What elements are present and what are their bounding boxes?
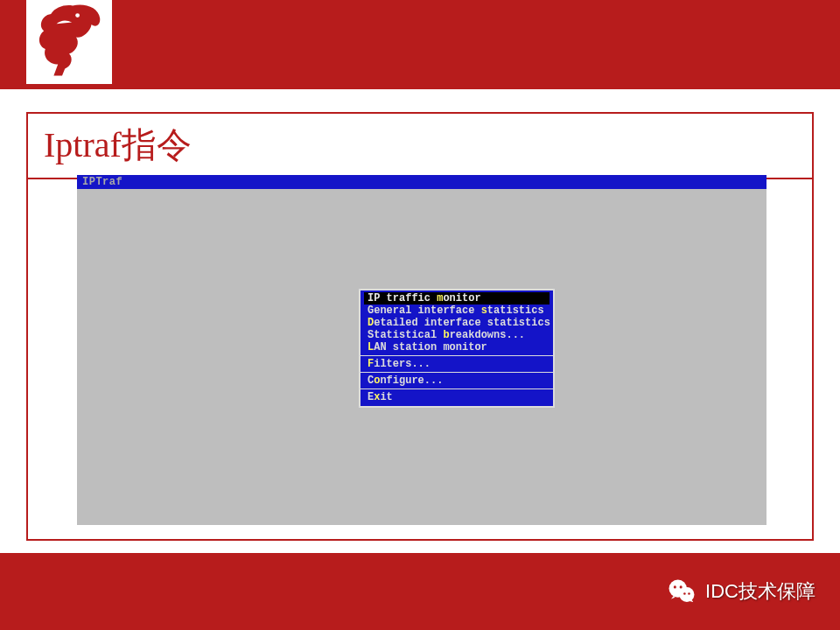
menu-item-detailed-interface-statistics[interactable]: Detailed interface statistics: [364, 317, 550, 329]
menu-hotkey: b: [443, 329, 449, 341]
slide-frame: Iptraf指令 IPTraf IP traffic monitor Gener…: [26, 112, 814, 541]
footer-band: IDC技术保障: [0, 553, 840, 630]
menu-item-text: tatistics: [487, 304, 544, 317]
logo: [26, 0, 112, 84]
menu-item-text: General interface: [368, 304, 481, 317]
terminal-app-name: IPTraf: [82, 177, 122, 187]
menu-item-text: Statistical: [368, 329, 443, 341]
terminal-window[interactable]: IPTraf IP traffic monitor General interf…: [77, 175, 766, 525]
dog-logo-icon: [34, 0, 104, 77]
svg-point-2: [680, 587, 695, 602]
svg-point-0: [75, 13, 80, 18]
menu-item-lan-station-monitor[interactable]: LAN station monitor: [364, 341, 550, 354]
menu-separator: [360, 372, 553, 373]
menu-item-filters[interactable]: Filters...: [364, 358, 550, 370]
menu-item-text: onitor: [443, 292, 480, 304]
iptraf-main-menu[interactable]: IP traffic monitor General interface sta…: [359, 289, 555, 408]
menu-item-text: reakdowns...: [450, 329, 525, 341]
terminal-title-bar: IPTraf: [77, 175, 766, 189]
menu-item-text: ilters...: [374, 358, 430, 370]
slide-title: Iptraf指令: [28, 114, 812, 178]
svg-point-4: [680, 585, 682, 588]
menu-item-exit[interactable]: Exit: [364, 391, 550, 403]
footer-label: IDC技术保障: [705, 578, 816, 605]
wechat-icon: [667, 577, 696, 606]
menu-item-text: it: [380, 391, 392, 403]
menu-item-configure[interactable]: Configure...: [364, 374, 550, 387]
menu-separator: [360, 388, 553, 389]
svg-point-6: [688, 592, 690, 595]
svg-point-5: [683, 592, 686, 595]
menu-item-text: etailed interface statistics: [374, 317, 550, 329]
svg-point-3: [674, 585, 676, 588]
menu-item-text: AN station monitor: [374, 341, 487, 354]
header-band: [0, 0, 840, 89]
menu-item-text: nfigure...: [380, 374, 443, 387]
menu-separator: [360, 355, 553, 356]
menu-hotkey: s: [481, 304, 487, 317]
menu-item-statistical-breakdowns[interactable]: Statistical breakdowns...: [364, 329, 550, 341]
menu-item-general-interface-statistics[interactable]: General interface statistics: [364, 304, 550, 317]
menu-item-text: IP traffic: [368, 292, 437, 304]
menu-item-ip-traffic-monitor[interactable]: IP traffic monitor: [364, 292, 550, 304]
